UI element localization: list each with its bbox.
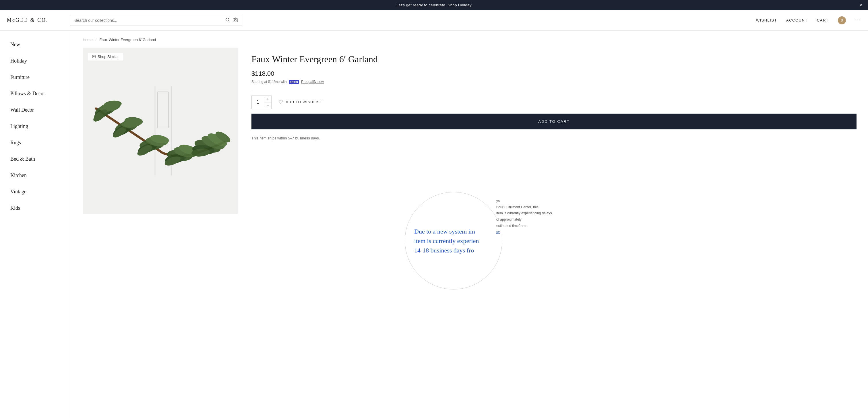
sidebar-item-vintage[interactable]: Vintage (0, 184, 71, 200)
breadcrumb-separator: / (96, 38, 97, 42)
content-area: Home / Faux Winter Evergreen 6' Garland (71, 31, 868, 418)
affirm-prequalify-link[interactable]: Prequalify now (301, 80, 324, 84)
more-options-button[interactable]: ··· (855, 17, 861, 24)
sidebar-item-kitchen[interactable]: Kitchen (0, 167, 71, 184)
sidebar: New Holiday Furniture Pillows & Decor Wa… (0, 31, 71, 418)
search-container (70, 15, 242, 26)
announcement-close-button[interactable]: × (859, 2, 862, 8)
svg-point-0 (226, 18, 229, 21)
product-details: Faux Winter Evergreen 6′ Garland $118.00… (251, 47, 857, 141)
search-input[interactable] (74, 18, 223, 23)
announcement-text: Let's get ready to celebrate. Shop Holid… (396, 3, 472, 7)
sidebar-item-rugs[interactable]: Rugs (0, 134, 71, 151)
product-title: Faux Winter Evergreen 6′ Garland (251, 53, 857, 65)
quantity-input[interactable] (252, 97, 265, 107)
cart-nav-link[interactable]: CART (817, 18, 829, 22)
heart-icon: ♡ (278, 99, 284, 105)
shop-similar-label: Shop Similar (98, 55, 119, 59)
sidebar-item-new[interactable]: New (0, 36, 71, 53)
svg-rect-5 (155, 86, 156, 175)
camera-icon[interactable] (233, 18, 238, 23)
sidebar-item-bed-bath[interactable]: Bed & Bath (0, 151, 71, 167)
product-image: Shop Similar (83, 47, 238, 214)
breadcrumb: Home / Faux Winter Evergreen 6' Garland (83, 38, 857, 42)
svg-rect-34 (92, 55, 96, 58)
site-logo[interactable]: McGEE & CO. (7, 17, 64, 23)
affirm-starting-text: Starting at $11/mo with (251, 80, 287, 84)
sidebar-item-pillows-decor[interactable]: Pillows & Decor (0, 86, 71, 102)
add-to-wishlist-button[interactable]: ♡ ADD TO WISHLIST (278, 99, 322, 105)
shipping-info: This item ships within 5–7 business days… (251, 135, 857, 141)
main-layout: New Holiday Furniture Pillows & Decor Wa… (0, 31, 868, 418)
quantity-control: + − (251, 96, 272, 109)
svg-point-35 (93, 56, 94, 57)
sidebar-item-holiday[interactable]: Holiday (0, 53, 71, 69)
wishlist-label: ADD TO WISHLIST (286, 100, 322, 104)
wishlist-nav-link[interactable]: WISHLIST (756, 18, 777, 22)
add-to-cart-button[interactable]: ADD TO CART (251, 114, 857, 129)
announcement-bar: Let's get ready to celebrate. Shop Holid… (0, 0, 868, 10)
account-nav-link[interactable]: ACCOUNT (786, 18, 808, 22)
svg-rect-4 (90, 86, 230, 175)
svg-line-1 (228, 21, 229, 22)
product-area: Shop Similar Faux Winter Evergreen 6′ Ga… (83, 47, 857, 214)
search-icon[interactable] (225, 18, 230, 23)
quantity-buttons: + − (265, 96, 271, 109)
sidebar-item-wall-decor[interactable]: Wall Decor (0, 102, 71, 118)
sidebar-item-lighting[interactable]: Lighting (0, 118, 71, 134)
product-price: $118.00 (251, 70, 857, 77)
garland-illustration (90, 86, 230, 175)
quantity-decrease-button[interactable]: − (265, 102, 271, 109)
header: McGEE & CO. WISHLIST ACCOUNT CART 0 ··· (0, 10, 868, 31)
sidebar-item-kids[interactable]: Kids (0, 200, 71, 216)
svg-point-3 (235, 19, 236, 21)
product-image-container: Shop Similar (83, 47, 238, 214)
header-nav: WISHLIST ACCOUNT CART 0 ··· (756, 17, 861, 24)
quantity-wishlist-row: + − ♡ ADD TO WISHLIST (251, 96, 857, 109)
quantity-increase-button[interactable]: + (265, 96, 271, 102)
affirm-logo: affirm (289, 80, 299, 84)
cart-count-badge[interactable]: 0 (838, 17, 846, 24)
shop-similar-button[interactable]: Shop Similar (88, 53, 123, 61)
breadcrumb-current: Faux Winter Evergreen 6' Garland (99, 38, 156, 42)
affirm-text: Starting at $11/mo with affirm Prequalif… (251, 80, 857, 84)
search-icons (225, 18, 238, 23)
divider-1 (251, 91, 857, 91)
breadcrumb-home[interactable]: Home (83, 38, 93, 42)
sidebar-item-furniture[interactable]: Furniture (0, 69, 71, 86)
shipping-intro-text: This item ships within 5–7 business days… (251, 135, 857, 141)
